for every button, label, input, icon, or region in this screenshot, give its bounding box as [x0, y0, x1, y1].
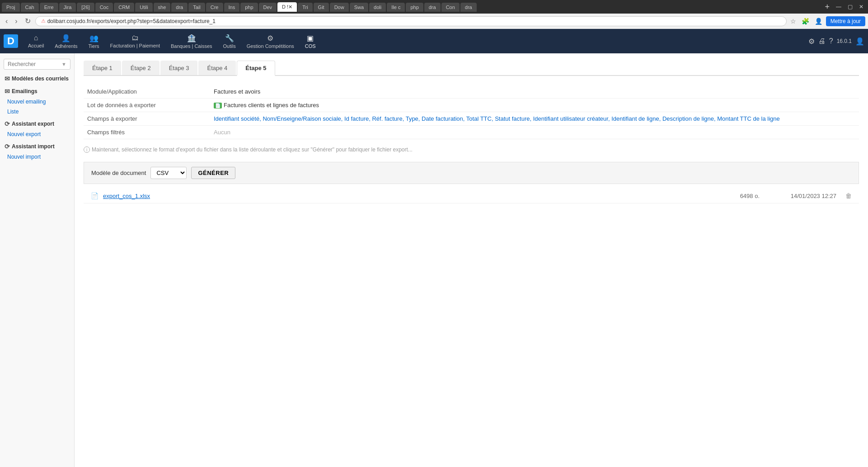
browser-tab[interactable]: Erre	[40, 3, 58, 12]
new-tab-button[interactable]: +	[822, 2, 832, 12]
url-text: dolibarr.cosjudo.fr/exports/export.php?s…	[47, 18, 216, 24]
maximize-button[interactable]: ▢	[845, 3, 855, 11]
nav-icon: ▣	[307, 34, 314, 42]
file-name[interactable]: export_cos_1.xlsx	[103, 193, 710, 199]
browser-tab[interactable]: Cah	[21, 3, 39, 12]
info-row-value: Factures et avoirs	[210, 85, 859, 99]
browser-tab[interactable]: Con	[441, 3, 460, 12]
nav-item-accueil[interactable]: ⌂Accueil	[23, 31, 49, 51]
user-icon[interactable]: 👤	[855, 37, 864, 46]
info-row-value: Aucun	[210, 126, 859, 139]
refresh-button[interactable]: ↻	[22, 16, 33, 26]
browser-tab[interactable]: Ins	[224, 3, 240, 12]
nav-icon: ⌂	[34, 34, 38, 42]
update-button[interactable]: Mettre à jour	[826, 16, 865, 26]
fields-text: Identifiant société, Nom/Enseigne/Raison…	[214, 115, 780, 122]
lock-icon: ⚠	[41, 18, 46, 24]
extensions-button[interactable]: 🧩	[800, 17, 811, 26]
sidebar-link-liste[interactable]: Liste	[0, 107, 74, 117]
browser-tab[interactable]: CRM	[114, 3, 134, 12]
section-icon: ⟳	[5, 120, 10, 127]
browser-tab[interactable]: dra	[424, 3, 441, 12]
browser-tab[interactable]: she	[154, 3, 171, 12]
browser-tab[interactable]: Swa	[350, 3, 368, 12]
file-size: 6498 o.	[714, 193, 760, 199]
tab-étape-3[interactable]: Étape 3	[160, 61, 198, 75]
browser-chrome: ProjCahErreJira[26]CocCRMUtilishedraTail…	[0, 0, 868, 29]
sidebar-link-nouvel-export[interactable]: Nouvel export	[0, 129, 74, 139]
browser-tab[interactable]: Tail	[188, 3, 205, 12]
sidebar-search-box[interactable]: ▼	[4, 59, 70, 70]
info-row-value: Identifiant société, Nom/Enseigne/Raison…	[210, 112, 859, 126]
profile-button[interactable]: 👤	[813, 17, 824, 26]
nav-item-adhrents[interactable]: 👤Adhérents	[49, 31, 83, 52]
browser-tab[interactable]: [26]	[77, 3, 94, 12]
sidebar-link-nouvel-emailing[interactable]: Nouvel emailing	[0, 97, 74, 107]
info-row: Lot de données à exporter📄Factures clien…	[84, 99, 859, 112]
generate-button[interactable]: GÉNÉRER	[191, 167, 235, 179]
info-message-text: Maintenant, sélectionnez le format d'exp…	[92, 146, 413, 153]
minimize-button[interactable]: —	[833, 3, 844, 11]
info-row: Champs à exporterIdentifiant société, No…	[84, 112, 859, 126]
app-logo[interactable]: D	[4, 34, 18, 48]
nav-item-outils[interactable]: 🔧Outils	[218, 31, 241, 52]
tab-étape-1[interactable]: Étape 1	[84, 61, 121, 75]
print-icon[interactable]: 🖨	[818, 37, 826, 45]
help-icon[interactable]: ?	[829, 37, 833, 45]
sidebar-section-assistant-export: ⟳Assistant export	[0, 117, 74, 129]
data-icon: 📄	[214, 103, 222, 108]
browser-tab[interactable]: Utili	[135, 3, 152, 12]
nav-icon: 🗂	[131, 34, 139, 42]
file-date: 14/01/2023 12:27	[764, 193, 836, 199]
browser-tab[interactable]: Proj	[2, 3, 20, 12]
browser-tab[interactable]: D !✕	[277, 2, 297, 12]
main-layout: ▼ ✉Modèles des courriels✉EmailingsNouvel…	[0, 53, 868, 467]
browser-tab[interactable]: dra	[460, 3, 477, 12]
tab-étape-5[interactable]: Étape 5	[237, 61, 275, 76]
close-button[interactable]: ✕	[856, 3, 866, 11]
settings-icon[interactable]: ⚙	[808, 37, 815, 46]
tab-étape-4[interactable]: Étape 4	[198, 61, 236, 75]
nav-icon: 👥	[89, 34, 99, 42]
back-button[interactable]: ‹	[3, 16, 10, 26]
address-bar[interactable]: ⚠ dolibarr.cosjudo.fr/exports/export.php…	[35, 16, 787, 26]
nav-icon: 🔧	[225, 34, 234, 42]
nav-item-facturationpaiement[interactable]: 🗂Facturation | Paiement	[105, 31, 165, 51]
app-header: D ⌂Accueil👤Adhérents👥Tiers🗂Facturation |…	[0, 29, 868, 53]
nav-item-cos[interactable]: ▣COS	[300, 31, 321, 52]
browser-tab[interactable]: php	[240, 3, 258, 12]
browser-tab[interactable]: php	[406, 3, 423, 12]
browser-tab[interactable]: Dow	[330, 3, 349, 12]
browser-tab[interactable]: Git	[314, 3, 329, 12]
document-format-select[interactable]: CSV	[150, 167, 187, 179]
section-icon: ⟳	[5, 143, 10, 150]
browser-tab[interactable]: Dev	[259, 3, 277, 12]
browser-tab[interactable]: dra	[171, 3, 188, 12]
forward-button[interactable]: ›	[12, 16, 20, 26]
sidebar-section-emailings: ✉Emailings	[0, 84, 74, 97]
delete-file-button[interactable]: 🗑	[845, 192, 852, 199]
search-input[interactable]	[8, 61, 61, 67]
browser-actions: ☆ 🧩 👤 Mettre à jour	[788, 16, 865, 26]
browser-tab[interactable]: Coc	[95, 3, 113, 12]
browser-tab[interactable]: doli	[369, 3, 386, 12]
sidebar-link-nouvel-import[interactable]: Nouvel import	[0, 152, 74, 162]
browser-tab[interactable]: Ile c	[387, 3, 405, 12]
sidebar-section-modèles-des-courriels: ✉Modèles des courriels	[0, 71, 74, 84]
info-row-label: Lot de données à exporter	[84, 99, 210, 112]
browser-tab[interactable]: Tri	[298, 3, 312, 12]
sidebar-section-assistant-import: ⟳Assistant import	[0, 139, 74, 152]
browser-tab[interactable]: Jira	[59, 3, 76, 12]
browser-tabs: ProjCahErreJira[26]CocCRMUtilishedraTail…	[0, 0, 868, 14]
info-row-value: 📄Factures clients et lignes de factures	[210, 99, 859, 112]
browser-tab[interactable]: Cre	[206, 3, 223, 12]
nav-item-banquescaisses[interactable]: 🏦Banques | Caisses	[165, 31, 218, 52]
bookmark-button[interactable]: ☆	[788, 17, 798, 26]
info-message: i Maintenant, sélectionnez le format d'e…	[84, 146, 859, 153]
info-icon: i	[84, 146, 90, 153]
file-icon: 📄	[91, 192, 99, 199]
nav-item-tiers[interactable]: 👥Tiers	[83, 31, 105, 52]
nav-item-gestioncomptitions[interactable]: ⚙Gestion Compétitions	[241, 31, 300, 52]
info-row-label: Champs à exporter	[84, 112, 210, 126]
tab-étape-2[interactable]: Étape 2	[122, 61, 160, 75]
